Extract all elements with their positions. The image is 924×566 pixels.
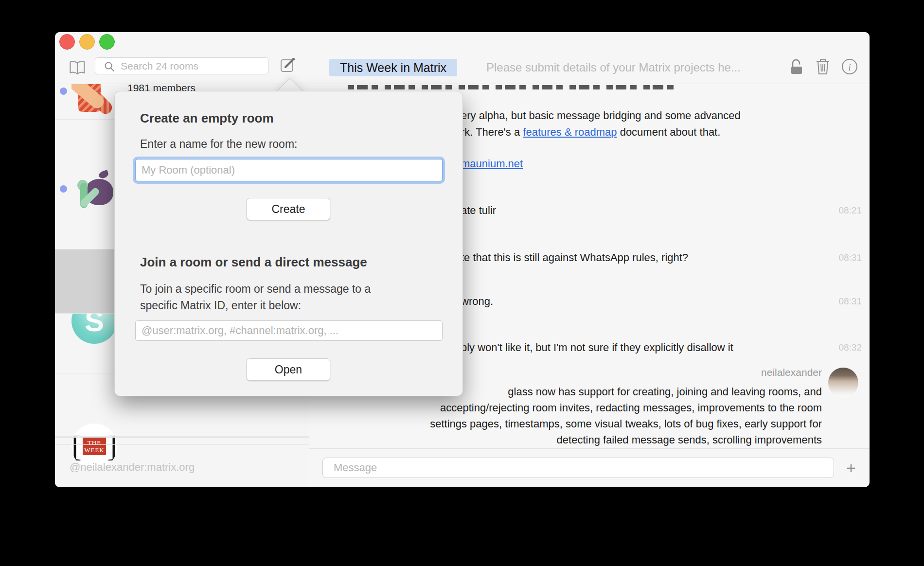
clipped-message-line: [348, 85, 678, 89]
join-room-label-line1: To join a specific room or send a messag…: [140, 281, 371, 297]
timestamp: 08:32: [838, 342, 862, 354]
message-line: ery alpha, but basic message bridging an…: [461, 108, 741, 123]
message-input[interactable]: [333, 461, 797, 475]
join-room-label-line2: specific Matrix ID, enter it below:: [140, 298, 301, 313]
logged-in-user-id: @neilalexander:matrix.org: [70, 461, 195, 474]
maunium-link[interactable]: maunium.net: [461, 158, 523, 170]
room-search[interactable]: [95, 57, 268, 74]
unlock-icon[interactable]: [789, 58, 804, 75]
create-join-popover: Create an empty room Enter a name for th…: [114, 91, 463, 396]
matrix-id-input[interactable]: [135, 320, 443, 341]
message-line: bly won't like it, but I'm not sure if t…: [461, 340, 733, 355]
minimize-button[interactable]: [79, 34, 95, 50]
attach-plus-button[interactable]: +: [840, 457, 862, 478]
divider: [309, 448, 870, 449]
user-avatar: [828, 368, 858, 398]
the-week-logo: THE WEEK: [83, 438, 107, 455]
own-message-line: detecting failed message sends, scrollin…: [557, 433, 822, 447]
join-room-title: Join a room or send a direct message: [140, 255, 367, 270]
divider: [55, 437, 309, 438]
titlebar: This Week in Matrix Please submit detail…: [55, 32, 870, 84]
bookmarks-icon[interactable]: [69, 60, 86, 75]
room-topic: Please submit details of your Matrix pro…: [486, 59, 741, 76]
create-button[interactable]: Create: [247, 198, 330, 220]
compose-new-room-icon[interactable]: [280, 56, 296, 73]
own-message-line: glass now has support for creating, join…: [508, 385, 822, 399]
timestamp: 08:31: [838, 252, 862, 264]
message-line: rk. There's a features & roadmap documen…: [461, 125, 720, 140]
popover-arrow-cover: [269, 96, 313, 110]
zoom-button[interactable]: [99, 34, 115, 50]
room-name-input[interactable]: [135, 159, 443, 181]
svg-text:i: i: [848, 62, 851, 72]
message-line: te that this is still against WhatsApp r…: [461, 250, 688, 265]
open-button[interactable]: Open: [247, 358, 330, 381]
create-room-label: Enter a name for the new room:: [140, 136, 297, 152]
search-input[interactable]: [120, 60, 243, 72]
message-line: maunium.net: [461, 157, 523, 171]
timestamp: 08:21: [838, 205, 862, 216]
info-icon[interactable]: i: [841, 58, 858, 75]
message-composer[interactable]: [322, 458, 834, 478]
create-room-title: Create an empty room: [140, 111, 274, 126]
close-button[interactable]: [59, 34, 75, 50]
popover-divider: [115, 239, 462, 239]
message-line: ate tulir: [461, 203, 496, 218]
app-window: 1981 members S [ THE WEEK ]: [55, 32, 870, 487]
message-line: wrong.: [461, 294, 493, 309]
timestamp: 08:31: [838, 296, 862, 307]
features-roadmap-link[interactable]: features & roadmap: [523, 126, 617, 138]
trash-icon[interactable]: [815, 58, 831, 75]
unread-dot: [60, 88, 67, 95]
divider: [55, 444, 309, 445]
search-icon: [104, 61, 115, 72]
own-message-line: settings pages, timestamps, some visual …: [430, 417, 822, 431]
own-message-line: accepting/rejecting room invites, redact…: [440, 401, 822, 415]
room-title: This Week in Matrix: [329, 59, 457, 76]
sender-name: neilalexander: [761, 366, 822, 379]
